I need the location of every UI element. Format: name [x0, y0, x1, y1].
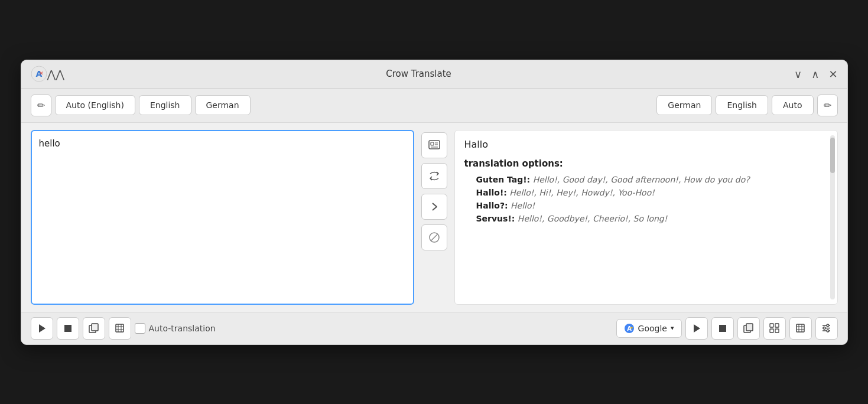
target-edit-button[interactable]: ✏ [817, 95, 838, 116]
svg-rect-23 [719, 325, 726, 332]
translation-options-list: Guten Tag!: Hello!, Good day!, Good afte… [464, 175, 828, 223]
svg-point-40 [827, 330, 829, 332]
option-key-1: Hallo!: [476, 188, 507, 197]
svg-rect-30 [797, 324, 804, 332]
titlebar: A ✕ ⋀⋀ Crow Translate ∨ ∧ ✕ [21, 60, 847, 89]
target-lang-auto[interactable]: Auto [772, 95, 814, 115]
svg-rect-26 [770, 324, 773, 327]
source-crop-button[interactable] [109, 317, 131, 340]
maximize-button[interactable]: ∧ [811, 68, 819, 80]
target-tts-button[interactable] [763, 317, 786, 340]
main-window: A ✕ ⋀⋀ Crow Translate ∨ ∧ ✕ ✏ Auto (Engl… [21, 60, 848, 345]
option-values-0: Hello!, Good day!, Good afternoon!, How … [533, 175, 750, 184]
option-values-2: Hello! [511, 201, 535, 210]
source-copy-button[interactable] [83, 317, 105, 340]
crop2-icon [795, 323, 805, 333]
cancel-icon [428, 231, 441, 244]
target-copy-button[interactable] [737, 317, 760, 340]
scrollbar-track[interactable] [830, 135, 835, 299]
list-item: Hallo?: Hello! [464, 201, 828, 210]
swap-button[interactable] [421, 163, 447, 189]
play2-icon [692, 324, 701, 333]
bottom-toolbar: Auto-translation A ★ Google ▾ [21, 312, 847, 344]
google-icon: A ★ [624, 323, 635, 334]
crop-icon [115, 323, 125, 333]
svg-rect-28 [770, 329, 773, 333]
source-lang-auto[interactable]: Auto (English) [55, 95, 135, 115]
option-key-0: Guten Tag!: [476, 175, 531, 184]
target-settings-button[interactable] [815, 317, 838, 340]
translation-panel: Hallo translation options: Guten Tag!: H… [454, 130, 838, 305]
window-title: Crow Translate [43, 69, 794, 79]
window-controls: ∨ ∧ ✕ [794, 68, 837, 80]
close-button[interactable]: ✕ [828, 68, 837, 80]
source-panel: hello [31, 130, 414, 305]
tts2-icon [769, 323, 779, 333]
source-stop-button[interactable] [57, 317, 79, 340]
translation-output: Hallo translation options: Guten Tag!: H… [454, 130, 838, 305]
svg-text:★: ★ [630, 325, 633, 330]
middle-controls [414, 130, 454, 305]
svg-marker-22 [694, 324, 700, 333]
translator-selector[interactable]: A ★ Google ▾ [616, 319, 682, 338]
target-stop-button[interactable] [711, 317, 734, 340]
source-lang-german[interactable]: German [195, 95, 251, 115]
ocr-button[interactable] [421, 132, 447, 158]
source-play-button[interactable] [31, 317, 53, 340]
svg-rect-25 [746, 324, 753, 331]
target-crop-button[interactable] [789, 317, 812, 340]
svg-rect-29 [775, 329, 779, 333]
svg-rect-27 [775, 324, 779, 327]
minimize-button[interactable]: ∨ [794, 68, 802, 80]
auto-translate-toggle[interactable]: Auto-translation [135, 323, 216, 334]
stop2-icon [719, 324, 727, 333]
source-lang-english[interactable]: English [139, 95, 191, 115]
expand-button[interactable] [421, 194, 447, 220]
main-content: hello [21, 123, 847, 312]
option-key-3: Servus!: [476, 214, 515, 223]
target-lang-german[interactable]: German [656, 95, 712, 115]
translation-options-header: translation options: [464, 158, 828, 169]
language-toolbar: ✏ Auto (English) English German German E… [21, 89, 847, 123]
option-values-3: Hello!, Goodbye!, Cheerio!, So long! [518, 214, 668, 223]
list-item: Servus!: Hello!, Goodbye!, Cheerio!, So … [464, 214, 828, 223]
svg-point-38 [827, 324, 829, 327]
swap-icon [428, 170, 441, 183]
target-lang-english[interactable]: English [716, 95, 768, 115]
auto-translate-label-text: Auto-translation [149, 324, 216, 333]
play-icon [37, 324, 47, 333]
copy-icon [89, 323, 99, 333]
option-values-1: Hello!, Hi!, Hey!, Howdy!, Yoo-Hoo! [509, 188, 655, 197]
svg-marker-10 [39, 324, 45, 333]
chevron-right-icon [428, 200, 441, 213]
auto-translate-checkbox[interactable] [135, 323, 145, 334]
option-key-2: Hallo?: [476, 201, 508, 210]
svg-line-9 [431, 234, 438, 241]
target-play-button[interactable] [685, 317, 708, 340]
svg-rect-13 [92, 324, 98, 331]
svg-point-39 [823, 327, 825, 330]
google-label: Google [638, 324, 667, 333]
svg-rect-11 [64, 325, 71, 332]
copy2-icon [743, 323, 753, 333]
list-item: Guten Tag!: Hello!, Good day!, Good afte… [464, 175, 828, 184]
source-lang-section: ✏ Auto (English) English German [31, 95, 434, 116]
settings-icon [821, 323, 831, 333]
source-edit-button[interactable]: ✏ [31, 95, 51, 116]
target-lang-section: German English Auto ✏ [434, 95, 838, 116]
source-actions: Auto-translation [31, 317, 613, 340]
translation-main-text: Hallo [464, 139, 828, 150]
chevron-down-icon: ▾ [671, 324, 674, 332]
source-input[interactable]: hello [31, 130, 414, 305]
svg-rect-4 [431, 142, 434, 145]
scrollbar-thumb[interactable] [830, 138, 835, 173]
list-item: Hallo!: Hello!, Hi!, Hey!, Howdy!, Yoo-H… [464, 188, 828, 197]
no-icon-button[interactable] [421, 224, 447, 250]
ocr-icon [428, 139, 441, 152]
svg-rect-14 [116, 324, 123, 332]
target-actions: A ★ Google ▾ [616, 317, 838, 340]
stop-icon [64, 324, 72, 333]
